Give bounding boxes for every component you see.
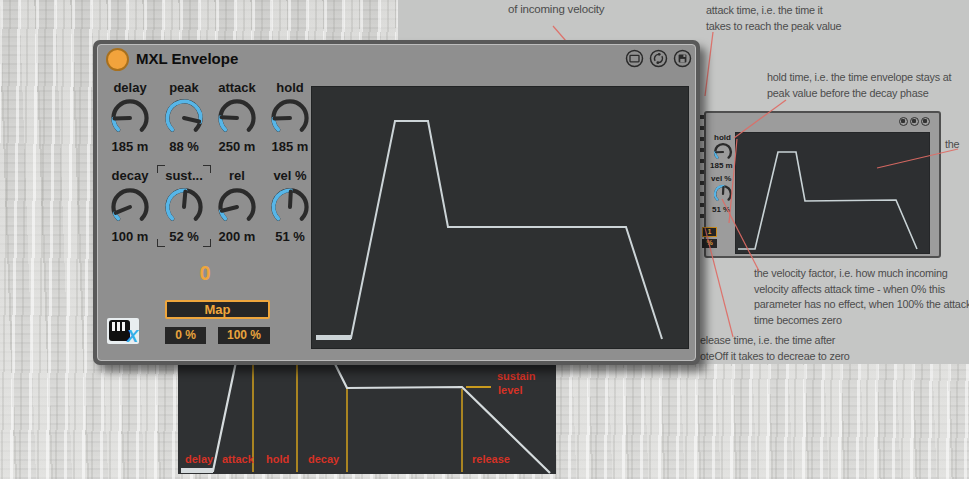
envelope-phase-diagram: delay attack hold decay release sustain … [178,356,556,474]
sync-icon [910,117,919,126]
note-release-time: elease time, i.e. the time after oteOff … [700,333,850,364]
knob-peak-value[interactable]: 88 % [158,139,210,154]
screenshot-canvas: delay attack hold decay release sustain … [0,0,969,479]
device-edge-dots [700,115,704,225]
envelope-line [316,121,662,339]
note-hold-line1: hold time, i.e. the time envelope stays … [767,70,951,86]
presentation-icon [899,117,908,126]
save-icon[interactable] [673,49,692,68]
knob-sustain-label: sust... [158,168,210,183]
knob-attack-dial[interactable] [214,95,260,141]
knob-delay[interactable]: delay 185 m [104,80,156,95]
number-display[interactable]: 0 [183,262,227,285]
note-attack-line2: takes to reach the peak value [706,19,841,35]
mxl-logo-x: X [127,327,138,347]
phase-label-decay: decay [308,453,339,465]
device-hold-knob [712,141,734,163]
knob-velocity[interactable]: vel % 51 % [264,168,316,183]
min-percent-button[interactable]: 0 % [165,327,206,344]
phase-label-hold: hold [266,453,289,465]
device-vel-value: 51 % [712,205,730,214]
note-hold-time: hold time, i.e. the time envelope stays … [767,70,951,101]
map-button[interactable]: Map [165,300,270,319]
phase-label-level: level [498,384,522,396]
mxl-logo: X [107,318,139,344]
knob-sustain-dial[interactable] [161,184,207,230]
note-attack-line1: attack time, i.e. the time it [706,3,841,19]
envelope-display[interactable] [311,86,689,349]
knob-peak-dial[interactable] [161,95,207,141]
note-velocity-line3: parameter has no effect, when 100% the a… [754,297,969,313]
note-hold-line2: peak value before the decay phase [767,86,951,102]
device-hold-value: 185 m [710,161,733,170]
phase-label-release: release [472,453,510,465]
knob-hold[interactable]: hold 185 m [264,80,316,95]
note-velocity-line2: velocity affects attack time - when 0% t… [754,282,969,298]
device-percent-button-fragment: % [702,239,717,248]
knob-attack-label: attack [211,80,263,95]
background-device-screenshot: hold 185 m vel % 51 % [704,111,941,258]
sync-icon[interactable] [649,49,668,68]
mxl-envelope-window: MXL Envelope delay [93,40,700,365]
knob-delay-label: delay [104,80,156,95]
presentation-icon[interactable] [625,49,644,68]
device-envelope-display [735,132,930,254]
device-vel-knob [712,183,734,205]
knob-decay-label: decay [104,168,156,183]
phase-label-attack: attack [222,453,254,465]
phase-label-delay: delay [185,453,213,465]
window-status-lamp[interactable] [106,48,129,71]
note-incoming-velocity: of incoming velocity [508,2,604,18]
save-icon [921,117,930,126]
window-body: MXL Envelope delay [97,44,696,361]
note-the-clipped: the [945,137,959,153]
knob-decay[interactable]: decay 100 m [104,168,156,183]
knob-release-dial[interactable] [214,184,260,230]
knob-hold-value[interactable]: 185 m [264,139,316,154]
knob-attack-value[interactable]: 250 m [211,139,263,154]
knob-release-value[interactable]: 200 m [211,229,263,244]
window-title: MXL Envelope [136,50,238,67]
knob-decay-dial[interactable] [107,184,153,230]
knob-delay-value[interactable]: 185 m [104,139,156,154]
max-percent-button[interactable]: 100 % [218,327,270,344]
knob-sustain[interactable]: sust... 52 % [158,168,210,183]
device-map-button-fragment: 1 [702,227,717,237]
note-velocity-line4: time becomes zero [754,313,969,329]
phase-label-sustain: sustain [497,370,536,382]
knob-peak-label: peak [158,80,210,95]
knob-velocity-dial[interactable] [267,184,313,230]
note-release-line2: oteOff it takes to decreae to zero [700,349,850,365]
knob-delay-dial[interactable] [107,95,153,141]
knob-attack[interactable]: attack 250 m [211,80,263,95]
knob-sustain-value[interactable]: 52 % [158,229,210,244]
knob-hold-dial[interactable] [267,95,313,141]
knob-release[interactable]: rel 200 m [211,168,263,183]
knob-velocity-label: vel % [264,168,316,183]
note-attack-time: attack time, i.e. the time it takes to r… [706,3,841,34]
knob-decay-value[interactable]: 100 m [104,229,156,244]
device-vel-label: vel % [711,174,731,183]
device-envelope-line [738,152,917,249]
knob-release-label: rel [211,168,263,183]
knob-hold-label: hold [264,80,316,95]
note-release-line1: elease time, i.e. the time after [700,333,850,349]
knob-peak[interactable]: peak 88 % [158,80,210,95]
knob-velocity-value[interactable]: 51 % [264,229,316,244]
note-velocity-factor: the velocity factor, i.e. how much incom… [754,266,969,328]
note-velocity-line1: the velocity factor, i.e. how much incom… [754,266,969,282]
